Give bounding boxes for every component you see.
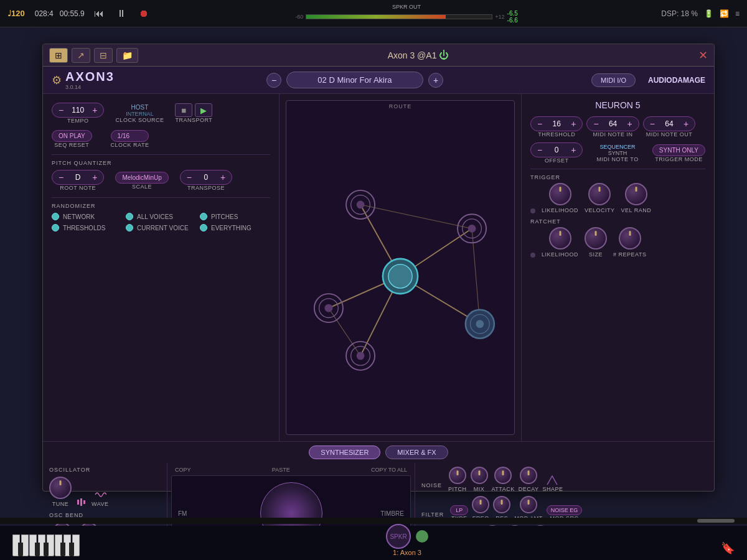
stop-button[interactable]: ■ <box>175 103 192 117</box>
noise-shape-icon <box>546 475 560 486</box>
vel-rand-knob[interactable] <box>625 183 647 205</box>
plugin-tab-arrow[interactable]: ↗ <box>72 48 90 63</box>
filter-freq-knob[interactable] <box>472 496 489 513</box>
ratchet-label: RATCHET <box>530 218 705 225</box>
ratchet-likelihood-knob[interactable] <box>549 227 571 250</box>
transpose-minus[interactable]: − <box>186 172 193 182</box>
noise-pitch-label: PITCH <box>448 486 467 492</box>
meter-section: SPKR OUT -60 +12 -6.5 -6.6 <box>295 4 518 24</box>
tempo-minus[interactable]: − <box>57 105 65 115</box>
randomizer-everything[interactable]: EVERYTHING <box>200 224 270 231</box>
trigger-mode-value[interactable]: SYNTH ONLY <box>652 144 705 156</box>
piano-key-black[interactable] <box>35 543 40 556</box>
piano-key-black[interactable] <box>69 543 74 556</box>
bookmark-icon[interactable]: 🔖 <box>721 542 735 554</box>
preset-name[interactable]: 02 D Minor For Akira <box>286 72 423 88</box>
randomizer-all-voices[interactable]: ALL VOICES <box>126 213 196 220</box>
velocity-knob[interactable] <box>588 183 611 205</box>
midi-note-in-control[interactable]: − 64 + <box>586 116 639 131</box>
offset-control[interactable]: − 0 + <box>530 142 583 157</box>
preset-next-button[interactable]: + <box>428 73 443 88</box>
size-knob[interactable] <box>585 227 607 250</box>
synth-tab-synthesizer[interactable]: SYNTHESIZER <box>309 446 380 459</box>
piano-key-black[interactable] <box>44 543 49 556</box>
root-note-minus[interactable]: − <box>57 172 65 182</box>
midi-note-out-minus[interactable]: − <box>649 119 656 129</box>
likelihood-knob[interactable] <box>549 183 571 205</box>
repeats-knob[interactable] <box>619 227 641 250</box>
meter-bar <box>306 14 492 19</box>
time-display-2: 00:55.9 <box>60 9 85 18</box>
plugin-tab-folder[interactable]: 📁 <box>116 48 138 63</box>
clock-source-internal: INTERNAL <box>115 111 164 117</box>
threshold-control[interactable]: − 16 + <box>530 116 583 131</box>
rewind-button[interactable]: ⏮ <box>91 7 107 21</box>
svg-point-24 <box>325 304 333 312</box>
clock-source-host: HOST <box>115 104 164 111</box>
noise-mix-knob[interactable] <box>471 467 488 484</box>
all-voices-label: ALL VOICES <box>137 213 173 220</box>
scroll-thumb[interactable] <box>697 519 735 523</box>
copy-btn[interactable]: COPY <box>175 467 191 473</box>
transpose-control[interactable]: − 0 + <box>180 170 232 185</box>
spkr-label: SPKR <box>390 533 406 540</box>
play-pause-button[interactable]: ⏸ <box>113 7 129 21</box>
offset-minus[interactable]: − <box>536 145 543 155</box>
transpose-label: TRANSPOSE <box>180 185 232 191</box>
plugin-tab-bars[interactable]: ⊟ <box>94 48 113 63</box>
paste-btn[interactable]: PASTE <box>272 467 290 473</box>
piano-key-black[interactable] <box>60 543 65 556</box>
offset-plus[interactable]: + <box>570 145 577 155</box>
noise-pitch-knob[interactable] <box>449 467 466 484</box>
track-info: SPKR 1: Axon 3 <box>386 524 428 556</box>
root-note-control[interactable]: − D + <box>52 170 104 185</box>
timbre-label: TIMBRE <box>380 510 404 517</box>
plugin-titlebar: ⊞ ↗ ⊟ 📁 Axon 3 @A1 ⏻ ✕ <box>43 44 714 67</box>
filter-mod-amt-knob[interactable] <box>520 496 537 513</box>
tempo-plus[interactable]: + <box>91 105 98 115</box>
play-button[interactable]: ▶ <box>195 103 212 117</box>
noise-shape-label: SHAPE <box>543 486 563 492</box>
tempo-control[interactable]: − 110 + <box>52 103 104 118</box>
menu-icon[interactable]: ≡ <box>735 9 740 18</box>
plugin-tabs: ⊞ ↗ ⊟ 📁 <box>49 48 138 63</box>
transpose-plus[interactable]: + <box>219 172 227 182</box>
all-voices-dot <box>126 213 133 220</box>
clock-rate-value[interactable]: 1/16 <box>111 130 149 142</box>
midi-note-in-plus[interactable]: + <box>626 119 634 129</box>
filter-type-value[interactable]: LP <box>450 505 468 515</box>
close-button[interactable]: ✕ <box>698 49 708 62</box>
tune-label: TUNE <box>52 501 69 507</box>
midi-io-button[interactable]: MIDI I/O <box>591 73 636 87</box>
synth-tab-mixer[interactable]: MIXER & FX <box>385 446 448 459</box>
record-button[interactable]: ⏺ <box>136 7 152 21</box>
piano-key-black[interactable] <box>18 543 23 556</box>
randomizer-pitches[interactable]: PITCHES <box>200 213 270 220</box>
copy-to-all-btn[interactable]: COPY TO ALL <box>371 467 407 473</box>
scale-value[interactable]: MelodicMinUp <box>115 172 168 184</box>
velocity-knob-container: VELOCITY <box>585 183 615 213</box>
seq-reset-value[interactable]: ON PLAY <box>52 130 92 142</box>
power-button[interactable]: ⏻ <box>439 50 449 61</box>
randomizer-thresholds[interactable]: THRESHOLDS <box>52 224 122 231</box>
threshold-minus[interactable]: − <box>536 119 543 129</box>
network-label: NETWORK <box>63 213 95 220</box>
plugin-tab-grid[interactable]: ⊞ <box>49 48 68 63</box>
noise-attack-knob[interactable] <box>494 467 512 484</box>
randomizer-network[interactable]: NETWORK <box>52 213 122 220</box>
midi-note-out-control[interactable]: − 64 + <box>643 116 695 131</box>
filter-res-knob[interactable] <box>493 496 510 513</box>
noise-decay-knob[interactable] <box>520 467 537 484</box>
root-note-plus[interactable]: + <box>91 172 98 182</box>
preset-prev-button[interactable]: − <box>266 73 281 88</box>
threshold-plus[interactable]: + <box>570 119 577 129</box>
midi-note-in-minus[interactable]: − <box>592 119 599 129</box>
noise-attack-knob-container: ATTACK <box>492 467 515 492</box>
midi-note-out-plus[interactable]: + <box>682 119 690 129</box>
filter-noise-eg-value[interactable]: NOISE EG <box>547 505 583 515</box>
svg-line-5 <box>360 205 472 228</box>
fm-controls-top: COPY PASTE COPY TO ALL <box>170 465 412 474</box>
tune-knob[interactable] <box>49 477 72 499</box>
randomizer-current-voice[interactable]: CURRENT VOICE <box>126 224 196 231</box>
bookmark-container: 🔖 <box>721 541 735 555</box>
